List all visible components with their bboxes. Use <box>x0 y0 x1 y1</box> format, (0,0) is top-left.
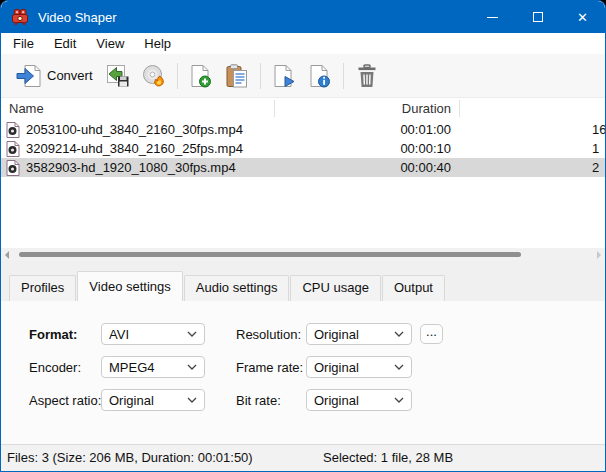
aspect-ratio-label: Aspect ratio: <box>29 393 101 408</box>
import-profile-icon <box>106 64 130 88</box>
menu-view[interactable]: View <box>86 34 134 53</box>
video-settings-panel: Format: AVI Encoder: MPEG4 Aspect ratio:… <box>1 300 605 444</box>
file-duration: 00:01:00 <box>274 122 451 137</box>
column-header-duration[interactable]: Duration <box>274 101 451 116</box>
trash-icon <box>356 64 378 88</box>
window-controls: ✕ <box>470 1 605 33</box>
file-size: 1 <box>592 141 606 156</box>
aspect-ratio-value: Original <box>109 393 187 408</box>
toolbar-separator <box>260 63 261 89</box>
tab-audio-settings[interactable]: Audio settings <box>184 275 290 301</box>
maximize-button[interactable] <box>515 1 560 33</box>
bit-rate-label: Bit rate: <box>236 393 281 408</box>
file-size: 2 <box>592 160 606 175</box>
tabstrip: Profiles Video settings Audio settings C… <box>1 271 605 301</box>
resolution-select[interactable]: Original <box>306 323 412 345</box>
file-duration: 00:00:40 <box>274 160 451 175</box>
resolution-browse-button[interactable]: ... <box>420 324 443 344</box>
titlebar: Video Shaper ✕ <box>1 1 605 33</box>
preview-file-icon <box>273 64 295 88</box>
remove-file-button[interactable] <box>349 60 385 92</box>
frame-rate-select[interactable]: Original <box>306 356 412 378</box>
menubar: File Edit View Help <box>1 33 605 54</box>
media-file-icon <box>6 141 20 157</box>
column-header-name[interactable]: Name <box>9 101 44 116</box>
convert-icon <box>16 64 42 88</box>
close-button[interactable]: ✕ <box>560 1 605 33</box>
close-icon: ✕ <box>577 10 588 25</box>
chevron-down-icon <box>187 364 197 370</box>
file-name: 2053100-uhd_3840_2160_30fps.mp4 <box>26 122 243 137</box>
convert-button[interactable]: Convert <box>9 61 100 91</box>
list-header: Name Duration <box>1 98 605 120</box>
statusbar: Files: 3 (Size: 206 MB, Duration: 00:01:… <box>1 444 605 470</box>
toolbar: Convert <box>1 54 605 98</box>
menu-help[interactable]: Help <box>134 34 181 53</box>
tab-cpu-usage[interactable]: CPU usage <box>290 275 380 301</box>
format-select[interactable]: AVI <box>101 323 205 345</box>
app-icon <box>11 8 29 26</box>
file-info-icon <box>309 64 331 88</box>
maximize-icon <box>533 12 543 22</box>
encoder-value: MPEG4 <box>109 360 187 375</box>
file-row-selected[interactable]: 3582903-hd_1920_1080_30fps.mp4 00:00:40 … <box>1 158 605 177</box>
status-files-summary: Files: 3 (Size: 206 MB, Duration: 00:01:… <box>7 450 253 465</box>
status-selection-summary: Selected: 1 file, 28 MB <box>323 450 453 465</box>
aspect-ratio-select[interactable]: Original <box>101 389 205 411</box>
add-file-icon <box>190 64 212 88</box>
tab-output[interactable]: Output <box>382 275 445 301</box>
import-profile-button[interactable] <box>100 60 136 92</box>
file-name: 3582903-hd_1920_1080_30fps.mp4 <box>26 160 236 175</box>
file-row[interactable]: 3209214-uhd_3840_2160_25fps.mp4 00:00:10… <box>1 139 605 158</box>
toolbar-separator <box>177 63 178 89</box>
convert-label: Convert <box>47 68 93 83</box>
column-divider[interactable] <box>274 100 275 117</box>
tab-gap <box>1 261 605 271</box>
frame-rate-value: Original <box>314 360 394 375</box>
tab-video-settings[interactable]: Video settings <box>77 271 182 301</box>
paste-button[interactable] <box>219 60 255 92</box>
preview-file-button[interactable] <box>266 60 302 92</box>
menu-edit[interactable]: Edit <box>44 34 86 53</box>
bit-rate-select[interactable]: Original <box>306 389 412 411</box>
paste-icon <box>225 64 249 88</box>
format-value: AVI <box>109 327 187 342</box>
format-label: Format: <box>29 327 77 342</box>
bit-rate-value: Original <box>314 393 394 408</box>
chevron-down-icon <box>187 331 197 337</box>
scrollbar-thumb[interactable] <box>19 252 521 257</box>
encoder-select[interactable]: MPEG4 <box>101 356 205 378</box>
toolbar-separator <box>343 63 344 89</box>
file-list: 2053100-uhd_3840_2160_30fps.mp4 00:01:00… <box>1 120 605 248</box>
media-file-icon <box>6 122 20 138</box>
file-size: 16 <box>592 122 606 137</box>
scroll-right-arrow-icon[interactable] <box>597 251 601 259</box>
file-row[interactable]: 2053100-uhd_3840_2160_30fps.mp4 00:01:00… <box>1 120 605 139</box>
encoder-label: Encoder: <box>29 360 81 375</box>
window-title: Video Shaper <box>38 10 117 25</box>
menu-file[interactable]: File <box>3 34 44 53</box>
resolution-label: Resolution: <box>236 327 301 342</box>
minimize-icon <box>487 17 498 18</box>
column-divider[interactable] <box>459 100 460 117</box>
frame-rate-label: Frame rate: <box>236 360 303 375</box>
burn-disc-icon <box>142 64 166 88</box>
burn-disc-button[interactable] <box>136 60 172 92</box>
resolution-value: Original <box>314 327 394 342</box>
scroll-left-arrow-icon[interactable] <box>5 251 9 259</box>
app-window: Video Shaper ✕ File Edit View Help Conve… <box>0 0 606 472</box>
horizontal-scrollbar[interactable] <box>1 248 605 261</box>
chevron-down-icon <box>394 331 404 337</box>
media-file-icon <box>6 160 20 176</box>
chevron-down-icon <box>394 364 404 370</box>
add-file-button[interactable] <box>183 60 219 92</box>
file-duration: 00:00:10 <box>274 141 451 156</box>
chevron-down-icon <box>187 397 197 403</box>
tab-profiles[interactable]: Profiles <box>9 275 76 301</box>
file-name: 3209214-uhd_3840_2160_25fps.mp4 <box>26 141 243 156</box>
chevron-down-icon <box>394 397 404 403</box>
minimize-button[interactable] <box>470 1 515 33</box>
file-info-button[interactable] <box>302 60 338 92</box>
